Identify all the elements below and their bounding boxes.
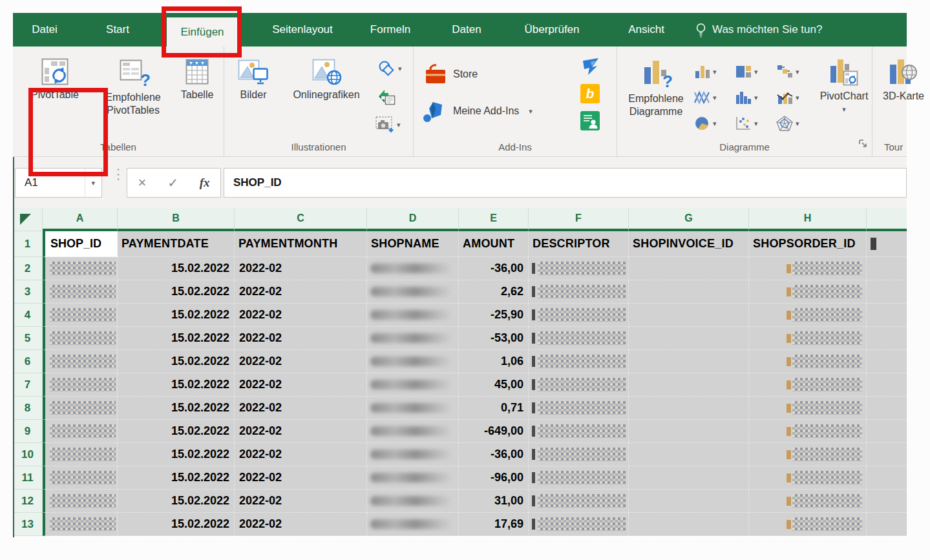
cell-clipped[interactable] (867, 304, 907, 327)
row-header-8[interactable]: 8 (13, 397, 43, 420)
cell-shopinvoice-id[interactable] (629, 466, 749, 490)
cell-descriptor[interactable] (529, 280, 629, 304)
cell-shopname[interactable] (367, 443, 459, 466)
cell-shopinvoice-id[interactable] (629, 373, 749, 397)
histogram-chart-button[interactable]: ▾ (735, 85, 774, 110)
cell-amount[interactable]: -649,00 (459, 420, 529, 443)
cell-shopsorder-id[interactable] (749, 443, 867, 466)
tab-formeln[interactable]: Formeln (361, 13, 420, 47)
cell-shopsorder-id[interactable] (749, 397, 867, 420)
cell-clipped[interactable] (867, 373, 907, 397)
online-pictures-button[interactable]: Onlinegrafiken (279, 50, 374, 101)
cell-descriptor[interactable] (529, 443, 629, 466)
cell-clipped[interactable] (867, 257, 907, 280)
header-cell-paymentmonth[interactable]: PAYMENTMONTH (235, 231, 367, 257)
cell-descriptor[interactable] (529, 350, 629, 373)
header-cell-descriptor[interactable]: DESCRIPTOR (529, 231, 629, 257)
tab-daten[interactable]: Daten (445, 13, 489, 47)
cell-descriptor[interactable] (529, 327, 629, 350)
column-chart-button[interactable]: ▾ (693, 59, 732, 84)
cell-shopinvoice-id[interactable] (629, 350, 749, 373)
column-header-c[interactable]: C (235, 208, 367, 231)
tell-me-box[interactable]: Was möchten Sie tun? (695, 13, 822, 47)
cell-paymentdate[interactable]: 15.02.2022 (118, 466, 235, 490)
cell-amount[interactable]: -36,00 (459, 443, 529, 466)
cell-shopinvoice-id[interactable] (629, 513, 749, 536)
radar-chart-button[interactable]: ▾ (776, 111, 815, 136)
cell-amount[interactable]: -53,00 (459, 327, 529, 350)
hierarchy-chart-button[interactable]: ▾ (735, 59, 774, 84)
formula-bar-separator[interactable]: ⋮ (111, 166, 125, 183)
cell-shopsorder-id[interactable] (749, 350, 867, 373)
header-cell-shopinvoice_id[interactable]: SHOPINVOICE_ID (629, 231, 749, 257)
header-cell-amount[interactable]: AMOUNT (459, 231, 529, 257)
cell-shopinvoice-id[interactable] (629, 490, 749, 513)
waterfall-chart-button[interactable]: ▾ (776, 59, 815, 84)
cell-clipped[interactable] (867, 466, 907, 490)
cell-clipped[interactable] (867, 397, 907, 420)
cell-paymentdate[interactable]: 15.02.2022 (118, 304, 235, 327)
row-header-1[interactable]: 1 (13, 231, 43, 257)
cell-shop-id[interactable] (43, 420, 118, 443)
cell-paymentdate[interactable]: 15.02.2022 (118, 280, 235, 304)
scatter-chart-button[interactable]: ▾ (735, 111, 774, 136)
cell-shopname[interactable] (367, 257, 459, 280)
cell-descriptor[interactable] (529, 397, 629, 420)
cell-shop-id[interactable] (43, 373, 118, 397)
cell-shopsorder-id[interactable] (749, 490, 867, 513)
cell-clipped[interactable] (867, 513, 907, 536)
cell-shop-id[interactable] (43, 304, 118, 327)
tab-seitenlayout[interactable]: Seitenlayout (270, 13, 335, 47)
column-header-b[interactable]: B (118, 208, 235, 231)
cell-paymentdate[interactable]: 15.02.2022 (118, 490, 235, 513)
cell-shopsorder-id[interactable] (749, 280, 867, 304)
cell-paymentmonth[interactable]: 2022-02 (235, 373, 367, 397)
cell-paymentdate[interactable]: 15.02.2022 (118, 327, 235, 350)
cell-paymentmonth[interactable]: 2022-02 (235, 280, 367, 304)
row-header-3[interactable]: 3 (13, 280, 43, 304)
cell-shop-id[interactable] (43, 327, 118, 350)
table-button[interactable]: Tabelle (173, 50, 221, 101)
cell-paymentdate[interactable]: 15.02.2022 (118, 443, 235, 466)
cell-shopname[interactable] (367, 490, 459, 513)
cell-shop-id[interactable] (43, 350, 118, 373)
row-header-12[interactable]: 12 (13, 490, 43, 513)
cell-shopname[interactable] (367, 280, 459, 304)
recommended-charts-button[interactable]: ? Empfohlene Diagramme (620, 50, 692, 118)
cell-paymentdate[interactable]: 15.02.2022 (118, 373, 235, 397)
tab-start[interactable]: Start (97, 13, 138, 47)
cell-amount[interactable]: -36,00 (459, 257, 529, 280)
insert-function-icon[interactable]: fx (200, 176, 210, 190)
formula-input[interactable]: SHOP_ID (224, 168, 907, 198)
cell-shopinvoice-id[interactable] (629, 397, 749, 420)
cell-shop-id[interactable] (43, 443, 118, 466)
cell-paymentdate[interactable]: 15.02.2022 (118, 257, 235, 280)
cell-paymentdate[interactable]: 15.02.2022 (118, 513, 235, 536)
visio-addin-button[interactable] (580, 57, 601, 76)
pivotchart-button[interactable]: PivotChart ▾ (816, 50, 872, 113)
store-button[interactable]: Store (424, 63, 478, 85)
cell-shopinvoice-id[interactable] (629, 420, 749, 443)
cell-clipped[interactable] (867, 443, 907, 466)
cell-shop-id[interactable] (43, 490, 118, 513)
header-cell-clipped[interactable] (867, 231, 907, 257)
cell-amount[interactable]: 2,62 (459, 280, 529, 304)
row-header-11[interactable]: 11 (13, 466, 43, 490)
cell-clipped[interactable] (867, 327, 907, 350)
cell-shopinvoice-id[interactable] (629, 443, 749, 466)
cell-amount[interactable]: 0,71 (459, 397, 529, 420)
cell-shop-id[interactable] (43, 280, 118, 304)
column-header-a[interactable]: A (43, 208, 118, 231)
cancel-icon[interactable]: × (138, 174, 146, 191)
cell-shop-id[interactable] (43, 466, 118, 490)
cell-paymentmonth[interactable]: 2022-02 (235, 304, 367, 327)
cell-paymentmonth[interactable]: 2022-02 (235, 257, 367, 280)
row-header-4[interactable]: 4 (13, 304, 43, 327)
screenshot-button[interactable]: ▾ (375, 116, 401, 133)
cell-paymentmonth[interactable]: 2022-02 (235, 513, 367, 536)
cell-shopinvoice-id[interactable] (629, 280, 749, 304)
people-graph-addin-button[interactable] (580, 111, 600, 130)
cell-shopinvoice-id[interactable] (629, 257, 749, 280)
cell-shopname[interactable] (367, 350, 459, 373)
row-header-13[interactable]: 13 (13, 513, 43, 536)
